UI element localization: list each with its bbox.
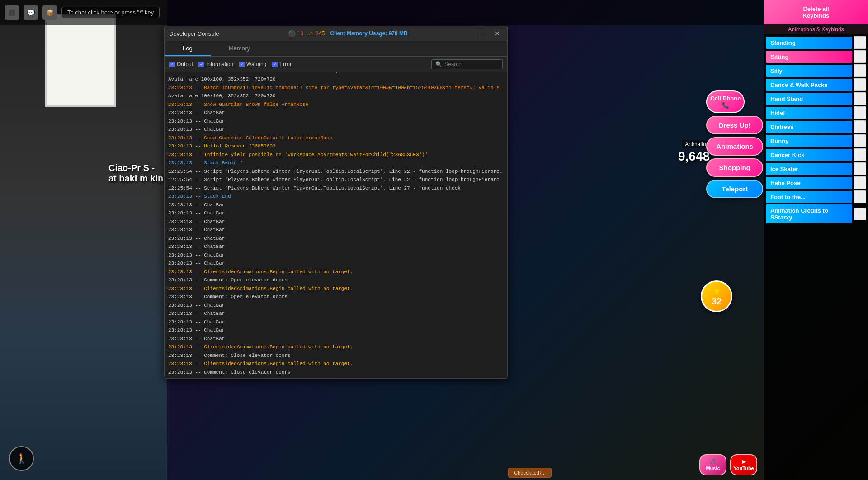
animation-list-item[interactable]: Hide! (766, 106, 866, 119)
game-icon-2[interactable]: 💬 (24, 5, 38, 20)
animation-button[interactable]: Ice Skater (766, 163, 852, 175)
animation-button[interactable]: Hand Stand (766, 93, 852, 105)
animation-list-item[interactable]: Bunny (766, 134, 866, 147)
animation-list-item[interactable]: Hand Stand (766, 92, 866, 105)
animation-list-item[interactable]: Distress (766, 120, 866, 133)
youtube-button[interactable]: ▶ YouTube (730, 454, 757, 475)
animation-button[interactable]: Sitting (766, 51, 852, 63)
music-button[interactable]: 🎵 Music (699, 454, 726, 475)
filter-group: ✓ Output ✓ Information ✓ Warning ✓ Error (169, 61, 292, 67)
star-icon: ★ (713, 286, 720, 296)
log-line: 23:28:13 -- Stack Begin * (165, 159, 507, 167)
level-badge[interactable]: ★ 32 (701, 280, 732, 312)
keybind-box[interactable] (854, 50, 866, 63)
keybind-box[interactable] (854, 106, 866, 119)
keybind-box[interactable] (854, 176, 866, 189)
console-tabs: Log Memory (165, 41, 507, 57)
animation-list-item[interactable]: Animation Credits to SStarxy (766, 204, 866, 223)
log-line: 23:28:13 -- ChatBar (165, 335, 507, 343)
filter-information[interactable]: ✓ Information (198, 61, 233, 67)
log-line: 23:28:13 -- Comment: Open elevator doors (165, 293, 507, 301)
log-line: 23:28:13 -- Batch Thumbnail invalid thum… (165, 84, 507, 92)
keybind-box[interactable] (854, 162, 866, 175)
log-line: 23:28:13 -- Comment: Close elevator door… (165, 352, 507, 360)
console-toolbar: ✓ Output ✓ Information ✓ Warning ✓ Error… (165, 57, 507, 72)
animation-button[interactable]: Animation Credits to SStarxy (766, 204, 852, 223)
filter-output[interactable]: ✓ Output (169, 61, 193, 67)
log-line: Avatar are 100x100, 352x352, 720x720 (165, 75, 507, 84)
teleport-button[interactable]: Teleport (706, 180, 763, 198)
tab-memory[interactable]: Memory (211, 41, 268, 56)
filter-output-checkbox[interactable]: ✓ (169, 62, 175, 67)
log-line: 23:28:13 -- Comment: Open elevator doors (165, 276, 507, 285)
animation-button[interactable]: Distress (766, 121, 852, 133)
log-line: 23:28:13 -- ChatBar (165, 109, 507, 117)
log-line: 23:28:13 -- Infinite yield possible on '… (165, 151, 507, 159)
keybind-box[interactable] (854, 78, 866, 91)
keybind-box[interactable] (854, 134, 866, 147)
shopping-button[interactable]: Shopping (706, 158, 763, 177)
console-controls: — ✕ (476, 29, 503, 38)
animation-button[interactable]: Silly (766, 65, 852, 77)
animation-list-item[interactable]: Ice Skater (766, 162, 866, 175)
log-line: 23:28:13 -- ChatBar (165, 209, 507, 218)
animation-button[interactable]: Hehe Pose (766, 177, 852, 189)
keybind-box[interactable] (854, 190, 866, 203)
game-icon-3[interactable]: 📦 (42, 5, 57, 20)
error-badge: ⚫ 13 (288, 30, 303, 37)
delete-keybinds-button[interactable]: Delete all Keybinds (764, 0, 868, 24)
animation-list-item[interactable]: Sitting (766, 50, 866, 63)
animation-list-item[interactable]: Dancer Kick (766, 148, 866, 161)
filter-warning[interactable]: ✓ Warning (239, 61, 266, 67)
filter-error-checkbox[interactable]: ✓ (272, 62, 278, 67)
animation-button[interactable]: Standing (766, 37, 852, 49)
log-line: 23:28:13 -- ChatBar (165, 201, 507, 209)
minimize-button[interactable]: — (476, 29, 488, 38)
warning-triangle: ⚠ (309, 30, 314, 37)
animation-button[interactable]: Dancer Kick (766, 149, 852, 161)
dress-up-button[interactable]: Dress Up! (706, 116, 763, 134)
animation-button[interactable]: Hide! (766, 107, 852, 119)
animation-list-item[interactable]: Hehe Pose (766, 176, 866, 189)
log-line: 23:28:13 -- ChatBar (165, 318, 507, 327)
log-line: 23:28:13 -- ChatBar (165, 259, 507, 268)
level-badge-container: ★ 32 (701, 280, 732, 312)
log-line: 23:28:13 -- Snow Guardian GoldenDefault … (165, 134, 507, 143)
filter-error[interactable]: ✓ Error (272, 61, 292, 67)
log-line: 23:28:13 -- ChatBar (165, 376, 507, 378)
animation-list-item[interactable]: Dance & Walk Packs (766, 78, 866, 91)
game-icon-1[interactable]: ⬛ (5, 5, 19, 20)
animation-button[interactable]: Dance & Walk Packs (766, 79, 852, 91)
console-log-body[interactable]: 23:28:13 -- (no comment was sent) 23:28:… (165, 72, 507, 378)
search-input[interactable] (444, 61, 499, 67)
tab-log[interactable]: Log (165, 41, 211, 56)
keybind-box[interactable] (854, 148, 866, 161)
filter-information-checkbox[interactable]: ✓ (198, 62, 204, 67)
animation-list-item[interactable]: Silly (766, 64, 866, 77)
keybind-box[interactable] (854, 208, 866, 220)
game-scene-left (0, 0, 167, 480)
log-line: 23:28:13 -- ChatBar (165, 218, 507, 226)
log-line: 23:28:13 -- ChatBar (165, 326, 507, 335)
console-title: Developer Console (169, 30, 219, 37)
game-topbar: ⬛ 💬 📦 To chat click here or press "/" ke… (0, 0, 868, 25)
log-line: 23:28:13 -- Stack End (165, 192, 507, 201)
animations-button[interactable]: Animations (706, 137, 763, 156)
log-line: 12:25:54 -- Script 'Players.Boheme_Winte… (165, 184, 507, 193)
chocolate-button[interactable]: Chocolate.R... (508, 468, 552, 478)
walk-icon-button[interactable]: 🚶 (9, 446, 34, 471)
animation-button[interactable]: Bunny (766, 135, 852, 147)
animation-list-item[interactable]: Standing (766, 36, 866, 49)
animation-list-item[interactable]: Foot to the... (766, 190, 866, 203)
cell-phone-button[interactable]: Cell Phone 📞 (706, 90, 745, 113)
keybind-box[interactable] (854, 64, 866, 77)
chat-hint[interactable]: To chat click here or press "/" key (61, 7, 160, 18)
close-button[interactable]: ✕ (492, 29, 503, 38)
developer-console: Developer Console ⚫ 13 ⚠ 145 Client Memo… (164, 26, 508, 379)
log-line: 23:28:13 -- ChatBar (165, 309, 507, 318)
keybind-box[interactable] (854, 36, 866, 49)
keybind-box[interactable] (854, 92, 866, 105)
animation-button[interactable]: Foot to the... (766, 191, 852, 203)
filter-warning-checkbox[interactable]: ✓ (239, 62, 245, 67)
keybind-box[interactable] (854, 120, 866, 133)
